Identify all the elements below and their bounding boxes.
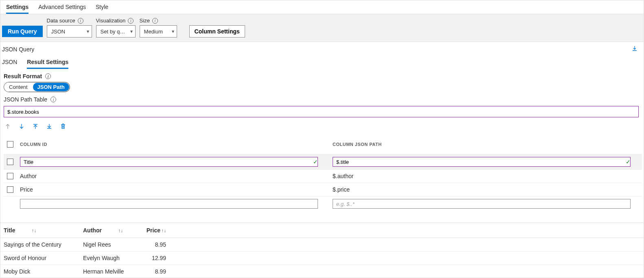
chevron-down-icon: ▾: [87, 29, 89, 34]
move-down-icon[interactable]: [18, 123, 26, 130]
row-checkbox[interactable]: [7, 186, 13, 193]
table-row: Sayings of the CenturyNigel Rees8.95: [0, 238, 644, 252]
column-path-value[interactable]: $.author: [329, 170, 642, 182]
cell-author: Evelyn Waugh: [80, 252, 137, 265]
results-header-price[interactable]: Price: [147, 227, 160, 234]
column-row-new: [4, 196, 642, 211]
column-row: Price $.price: [4, 183, 642, 196]
json-query-heading: JSON Query: [2, 46, 34, 53]
column-id-input[interactable]: [20, 157, 318, 167]
table-row: Moby DickHerman Melville8.99: [0, 265, 644, 278]
size-label: Size: [140, 18, 150, 24]
sort-icon[interactable]: ↑↓: [161, 228, 166, 234]
info-icon[interactable]: i: [152, 18, 158, 24]
editor-subtabs: JSON Result Settings: [0, 55, 644, 69]
chevron-down-icon: ▾: [172, 29, 174, 34]
column-id-value[interactable]: Author: [17, 170, 329, 182]
column-json-path-header: Column JSON Path: [329, 139, 642, 149]
cell-title: Moby Dick: [0, 265, 80, 278]
tab-style[interactable]: Style: [96, 3, 108, 14]
column-path-value[interactable]: $.price: [329, 184, 642, 195]
cell-title: Sayings of the Century: [0, 238, 80, 252]
table-row: Sword of HonourEvelyn Waugh12.99: [0, 252, 644, 265]
column-settings-button[interactable]: Column Settings: [189, 25, 245, 38]
row-checkbox[interactable]: [7, 159, 13, 165]
results-table: Title↑↓ Author↑↓ Price↑↓ Sayings of the …: [0, 223, 644, 278]
result-format-toggle: Content JSON Path: [4, 82, 70, 92]
tab-advanced-settings[interactable]: Advanced Settings: [38, 3, 86, 14]
info-icon[interactable]: i: [50, 97, 56, 102]
results-header-author[interactable]: Author: [83, 227, 102, 234]
new-column-path-input[interactable]: [333, 199, 631, 209]
column-row: Author $.author: [4, 170, 642, 183]
result-format-label: Result Format: [4, 73, 42, 79]
column-path-input[interactable]: [333, 157, 631, 167]
chevron-down-icon: ▾: [130, 29, 133, 34]
row-actions-toolbar: [0, 121, 644, 135]
run-query-button[interactable]: Run Query: [2, 26, 43, 37]
columns-grid: Column ID Column JSON Path ✓ ✓ Author $.…: [4, 135, 642, 211]
column-id-header: Column ID: [17, 139, 329, 149]
sort-icon[interactable]: ↑↓: [118, 228, 123, 234]
checkmark-icon: ✓: [626, 159, 631, 165]
json-path-table-label: JSON Path Table: [4, 96, 47, 103]
move-to-bottom-icon[interactable]: [46, 123, 53, 130]
toolbar: Run Query Data sourcei JSON ▾ Visualizat…: [0, 14, 644, 42]
cell-title: Sword of Honour: [0, 252, 80, 265]
cell-author: Herman Melville: [80, 265, 137, 278]
visualization-dropdown[interactable]: Set by q… ▾: [96, 25, 136, 38]
visualization-label: Visualization: [96, 18, 126, 24]
info-icon[interactable]: i: [45, 73, 51, 79]
download-icon[interactable]: [631, 45, 638, 53]
new-column-id-input[interactable]: [20, 199, 318, 209]
data-source-label: Data source: [47, 18, 75, 24]
column-row: ✓ ✓: [4, 154, 642, 170]
pill-json-path[interactable]: JSON Path: [33, 83, 69, 91]
data-source-dropdown[interactable]: JSON ▾: [47, 25, 92, 38]
results-header-title[interactable]: Title: [4, 227, 15, 234]
column-id-value[interactable]: Price: [17, 184, 329, 195]
cell-author: Nigel Rees: [80, 238, 137, 252]
subtab-result-settings[interactable]: Result Settings: [27, 59, 68, 69]
row-checkbox[interactable]: [7, 173, 13, 179]
tab-settings[interactable]: Settings: [6, 3, 28, 14]
cell-price: 8.95: [137, 238, 169, 252]
size-dropdown[interactable]: Medium ▾: [140, 25, 177, 38]
sort-icon[interactable]: ↑↓: [32, 228, 37, 234]
move-to-top-icon[interactable]: [32, 123, 39, 130]
checkmark-icon: ✓: [313, 159, 318, 165]
info-icon[interactable]: i: [128, 18, 134, 24]
info-icon[interactable]: i: [78, 18, 83, 24]
pill-content[interactable]: Content: [4, 82, 33, 92]
json-path-table-input[interactable]: [4, 106, 639, 117]
cell-price: 12.99: [137, 252, 169, 265]
select-all-checkbox[interactable]: [7, 141, 13, 148]
move-up-icon: [4, 123, 12, 130]
cell-price: 8.99: [137, 265, 169, 278]
main-tabs: Settings Advanced Settings Style: [0, 0, 644, 14]
subtab-json[interactable]: JSON: [2, 59, 17, 69]
delete-icon[interactable]: [60, 123, 67, 130]
